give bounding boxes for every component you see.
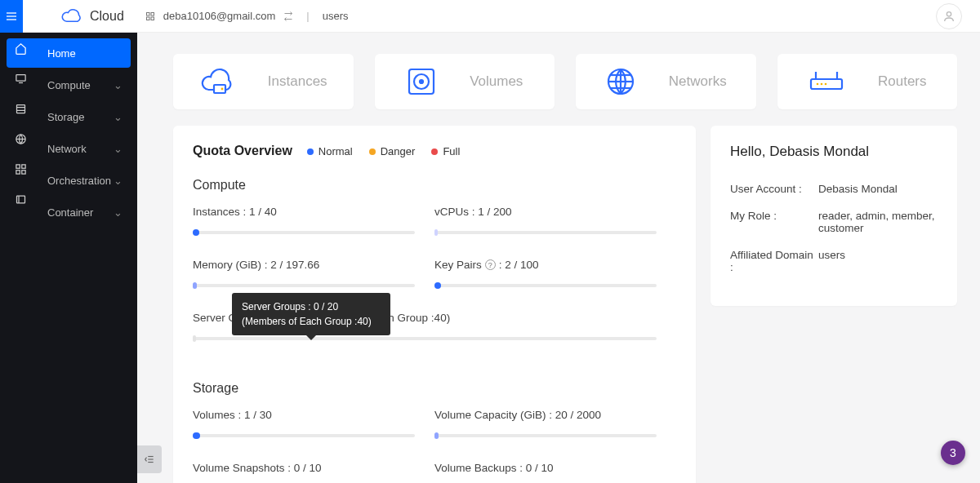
chevron-down-icon: ⌄ — [114, 206, 122, 219]
quota-volume-capacity: Volume Capacity (GiB) : 20 / 2000 — [434, 409, 676, 437]
card-volumes[interactable]: Volumes — [375, 54, 555, 109]
legend-danger: Danger — [369, 145, 416, 157]
card-routers[interactable]: Routers — [777, 54, 958, 109]
svg-point-40 — [821, 83, 823, 86]
legend-full: Full — [431, 145, 460, 157]
svg-rect-6 — [151, 17, 154, 20]
summary-cards: Instances Volumes Networks Routers — [173, 54, 957, 109]
svg-point-41 — [825, 83, 827, 86]
svg-point-9 — [947, 12, 951, 16]
sidebar-collapse-button[interactable] — [137, 445, 162, 473]
card-label: Routers — [878, 73, 927, 90]
chevron-down-icon: ⌄ — [114, 79, 122, 91]
sidebar-item-label: Compute — [47, 79, 91, 91]
card-label: Networks — [669, 73, 727, 90]
sidebar-item-label: Storage — [47, 111, 85, 123]
sidebar: Home Compute ⌄ Storage ⌄ Network ⌄ Orche… — [0, 33, 137, 483]
card-label: Instances — [268, 73, 327, 90]
sidebar-item-network[interactable]: Network ⌄ — [7, 134, 131, 163]
greeting: Hello, Debasis Mondal — [730, 144, 938, 160]
info-my-role: My Role :reader, admin, member, customer — [730, 210, 938, 234]
globe-icon — [605, 66, 636, 97]
user-icon — [942, 10, 956, 23]
svg-rect-26 — [214, 85, 225, 93]
quota-overview-panel: Quota Overview Normal Danger Full Comput… — [173, 126, 696, 483]
sidebar-item-label: Container — [47, 206, 93, 219]
sidebar-item-storage[interactable]: Storage ⌄ — [7, 102, 131, 131]
user-info-panel: Hello, Debasis Mondal User Account :Deba… — [710, 126, 957, 306]
sidebar-item-home[interactable]: Home — [7, 38, 131, 68]
cloud-instance-icon — [199, 67, 235, 96]
quota-volumes: Volumes : 1 / 30 — [193, 409, 434, 437]
quota-vcpus: vCPUs : 1 / 200 — [434, 206, 676, 234]
menu-toggle-button[interactable] — [0, 0, 23, 33]
info-user-account: User Account :Debasis Mondal — [730, 183, 938, 195]
swap-icon[interactable] — [283, 11, 293, 21]
chevron-down-icon: ⌄ — [114, 175, 122, 187]
svg-point-30 — [420, 80, 423, 83]
card-networks[interactable]: Networks — [576, 54, 756, 109]
quota-title: Quota Overview — [193, 144, 292, 158]
disk-icon — [406, 66, 437, 97]
sidebar-item-orchestration[interactable]: Orchestration ⌄ — [7, 166, 131, 195]
breadcrumb-scope: users — [323, 10, 349, 22]
quota-tooltip: Server Groups : 0 / 20 (Members of Each … — [232, 293, 390, 335]
section-compute-title: Compute — [193, 178, 676, 193]
brand-text: Cloud — [90, 9, 124, 24]
card-label: Volumes — [470, 73, 523, 90]
svg-rect-3 — [146, 12, 149, 16]
chevron-down-icon: ⌄ — [114, 111, 122, 123]
quota-memory: Memory (GiB) : 2 / 197.66 Server Groups … — [193, 259, 434, 287]
sidebar-item-container[interactable]: Container ⌄ — [7, 197, 131, 227]
svg-point-39 — [817, 83, 819, 86]
router-icon — [808, 69, 845, 94]
info-affiliated-domain: Affiliated Domain :users — [730, 249, 938, 273]
chevron-down-icon: ⌄ — [114, 143, 122, 155]
cloud-logo-icon — [60, 8, 83, 24]
svg-rect-4 — [151, 12, 154, 16]
quota-volume-backups: Volume Backups : 0 / 10 — [434, 462, 676, 483]
sidebar-item-label: Orchestration — [47, 175, 111, 187]
svg-rect-5 — [146, 17, 149, 20]
top-bar: Cloud deba10106@gmail.com | users — [0, 0, 980, 33]
breadcrumb-email[interactable]: deba10106@gmail.com — [163, 10, 276, 22]
notification-fab[interactable]: 3 — [941, 441, 965, 465]
info-icon[interactable]: ? — [485, 259, 496, 270]
breadcrumb-separator: | — [306, 10, 309, 22]
card-instances[interactable]: Instances — [173, 54, 354, 109]
user-avatar-button[interactable] — [936, 3, 962, 29]
quota-instances: Instances : 1 / 40 — [193, 206, 434, 234]
breadcrumb: deba10106@gmail.com | users — [145, 10, 349, 22]
quota-keypairs: Key Pairs ? : 2 / 100 — [434, 259, 676, 287]
main-content: Instances Volumes Networks Routers Quota… — [137, 33, 980, 483]
quota-legend: Normal Danger Full — [307, 145, 461, 157]
section-storage-title: Storage — [193, 381, 676, 396]
quota-volume-snapshots: Volume Snapshots : 0 / 10 — [193, 462, 434, 483]
sidebar-item-label: Network — [47, 143, 87, 155]
legend-normal: Normal — [307, 145, 353, 157]
svg-point-27 — [220, 88, 223, 91]
sidebar-item-compute[interactable]: Compute ⌄ — [7, 70, 131, 100]
apps-icon — [145, 11, 155, 21]
brand: Cloud — [23, 8, 140, 24]
collapse-icon — [144, 454, 155, 465]
sidebar-item-label: Home — [47, 47, 76, 60]
